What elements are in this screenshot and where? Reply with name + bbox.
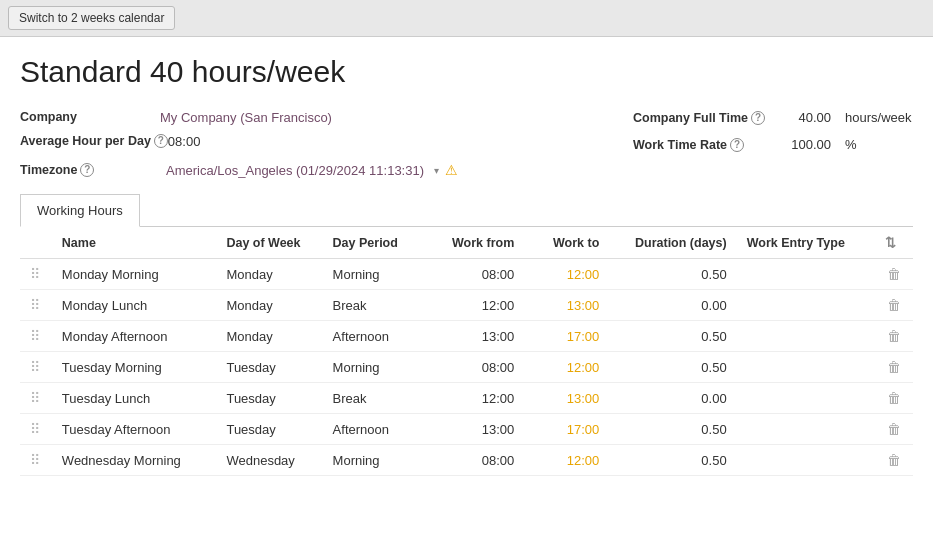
row-entry-type (737, 352, 875, 383)
row-duration: 0.50 (609, 352, 736, 383)
delete-icon[interactable]: 🗑 (887, 297, 901, 313)
row-day-period: Morning (323, 259, 429, 290)
table-row: ⠿Tuesday MorningTuesdayMorning08:0012:00… (20, 352, 913, 383)
top-bar: Switch to 2 weeks calendar (0, 0, 933, 37)
work-time-rate-label: Work Time Rate ? (633, 138, 773, 152)
row-entry-type (737, 259, 875, 290)
timezone-warning-icon: ⚠ (445, 162, 458, 178)
col-period: Day Period (323, 227, 429, 259)
row-delete-action[interactable]: 🗑 (875, 383, 913, 414)
row-day-period: Morning (323, 445, 429, 476)
row-work-to: 17:00 (524, 414, 609, 445)
left-fields: Company My Company (San Francisco) Avera… (20, 107, 633, 182)
row-duration: 0.00 (609, 383, 736, 414)
delete-icon[interactable]: 🗑 (887, 390, 901, 406)
row-work-from: 12:00 (429, 383, 525, 414)
company-full-time-help-icon[interactable]: ? (751, 111, 765, 125)
row-day-period: Afternoon (323, 321, 429, 352)
work-time-rate-row: Work Time Rate ? 100.00 % (633, 134, 913, 155)
row-delete-action[interactable]: 🗑 (875, 414, 913, 445)
row-name[interactable]: Tuesday Lunch (52, 383, 217, 414)
row-entry-type (737, 383, 875, 414)
row-duration: 0.00 (609, 290, 736, 321)
row-name[interactable]: Tuesday Afternoon (52, 414, 217, 445)
drag-handle[interactable]: ⠿ (20, 383, 52, 414)
work-time-rate-unit: % (845, 137, 857, 152)
row-delete-action[interactable]: 🗑 (875, 259, 913, 290)
row-entry-type (737, 414, 875, 445)
delete-icon[interactable]: 🗑 (887, 328, 901, 344)
table-row: ⠿Wednesday MorningWednesdayMorning08:001… (20, 445, 913, 476)
timezone-label: Timezone ? (20, 163, 160, 177)
switch-calendar-button[interactable]: Switch to 2 weeks calendar (8, 6, 175, 30)
row-day-period: Afternoon (323, 414, 429, 445)
table-row: ⠿Tuesday LunchTuesdayBreak12:0013:000.00… (20, 383, 913, 414)
average-hour-help-icon[interactable]: ? (154, 134, 168, 148)
row-day-of-week: Tuesday (216, 414, 322, 445)
row-name[interactable]: Wednesday Morning (52, 445, 217, 476)
table-row: ⠿Tuesday AfternoonTuesdayAfternoon13:001… (20, 414, 913, 445)
timezone-help-icon[interactable]: ? (80, 163, 94, 177)
row-entry-type (737, 321, 875, 352)
col-day: Day of Week (216, 227, 322, 259)
company-full-time-value: 40.00 (781, 110, 831, 125)
col-drag (20, 227, 52, 259)
main-content: Standard 40 hours/week Company My Compan… (0, 37, 933, 486)
delete-icon[interactable]: 🗑 (887, 266, 901, 282)
row-delete-action[interactable]: 🗑 (875, 321, 913, 352)
working-hours-table: Name Day of Week Day Period Work from Wo… (20, 227, 913, 476)
delete-icon[interactable]: 🗑 (887, 421, 901, 437)
row-work-to: 12:00 (524, 445, 609, 476)
row-duration: 0.50 (609, 321, 736, 352)
delete-icon[interactable]: 🗑 (887, 452, 901, 468)
row-day-of-week: Wednesday (216, 445, 322, 476)
col-action: ⇅ (875, 227, 913, 259)
row-work-to: 12:00 (524, 259, 609, 290)
drag-handle[interactable]: ⠿ (20, 445, 52, 476)
table-header: Name Day of Week Day Period Work from Wo… (20, 227, 913, 259)
row-duration: 0.50 (609, 414, 736, 445)
drag-handle[interactable]: ⠿ (20, 290, 52, 321)
row-work-to: 13:00 (524, 290, 609, 321)
drag-handle[interactable]: ⠿ (20, 259, 52, 290)
work-time-rate-help-icon[interactable]: ? (730, 138, 744, 152)
row-duration: 0.50 (609, 259, 736, 290)
timezone-row: Timezone ? America/Los_Angeles (01/29/20… (20, 158, 633, 182)
row-work-from: 08:00 (429, 445, 525, 476)
right-fields: Company Full Time ? 40.00 hours/week Wor… (633, 107, 913, 182)
col-work-from: Work from (429, 227, 525, 259)
timezone-dropdown-icon[interactable]: ▾ (434, 165, 439, 176)
tab-working-hours[interactable]: Working Hours (20, 194, 140, 227)
row-delete-action[interactable]: 🗑 (875, 290, 913, 321)
company-value: My Company (San Francisco) (160, 110, 332, 125)
col-name: Name (52, 227, 217, 259)
row-delete-action[interactable]: 🗑 (875, 352, 913, 383)
tabs-bar: Working Hours (20, 194, 913, 227)
row-name[interactable]: Tuesday Morning (52, 352, 217, 383)
row-work-to: 13:00 (524, 383, 609, 414)
row-work-from: 08:00 (429, 352, 525, 383)
row-entry-type (737, 290, 875, 321)
row-day-period: Break (323, 383, 429, 414)
drag-handle[interactable]: ⠿ (20, 414, 52, 445)
row-work-to: 17:00 (524, 321, 609, 352)
average-hour-label: Average Hour per Day ? (20, 134, 168, 148)
row-day-period: Break (323, 290, 429, 321)
row-day-of-week: Monday (216, 321, 322, 352)
delete-icon[interactable]: 🗑 (887, 359, 901, 375)
sort-icon[interactable]: ⇅ (885, 235, 896, 250)
drag-handle[interactable]: ⠿ (20, 352, 52, 383)
col-entry-type: Work Entry Type (737, 227, 875, 259)
company-full-time-unit: hours/week (845, 110, 911, 125)
row-work-from: 13:00 (429, 321, 525, 352)
company-full-time-row: Company Full Time ? 40.00 hours/week (633, 107, 913, 128)
table-row: ⠿Monday LunchMondayBreak12:0013:000.00🗑 (20, 290, 913, 321)
row-entry-type (737, 445, 875, 476)
drag-handle[interactable]: ⠿ (20, 321, 52, 352)
row-day-of-week: Tuesday (216, 352, 322, 383)
row-name[interactable]: Monday Morning (52, 259, 217, 290)
row-delete-action[interactable]: 🗑 (875, 445, 913, 476)
row-day-of-week: Monday (216, 259, 322, 290)
row-name[interactable]: Monday Lunch (52, 290, 217, 321)
row-name[interactable]: Monday Afternoon (52, 321, 217, 352)
